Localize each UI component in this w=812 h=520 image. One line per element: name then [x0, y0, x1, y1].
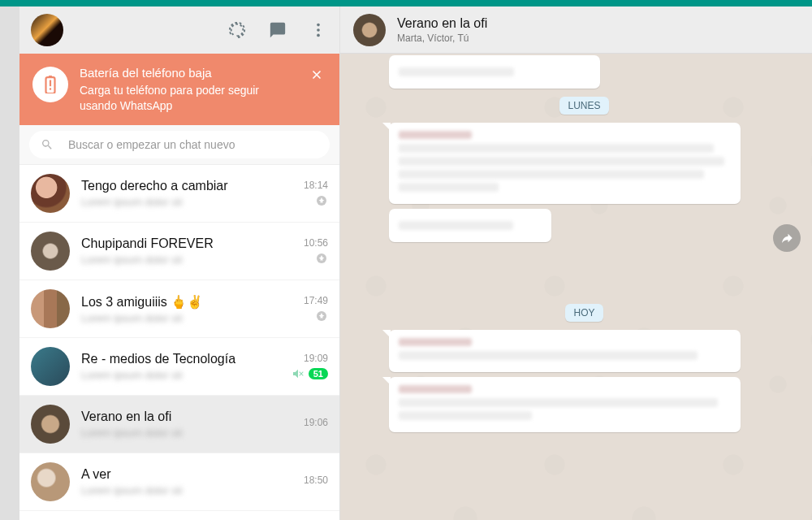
battery-low-notice: Batería del teléfono baja Carga tu teléf…: [19, 54, 339, 125]
notice-text: Batería del teléfono baja Carga tu teléf…: [80, 65, 296, 114]
chat-body: A verLorem ipsum dolor sit: [81, 467, 292, 496]
conversation-subtitle: Marta, Víctor, Tú: [397, 32, 487, 44]
conversation-title: Verano en la ofi: [397, 15, 487, 31]
message-bubble[interactable]: [389, 55, 600, 89]
chat-name: Los 3 amiguiiis 🖕✌️: [81, 294, 292, 310]
forward-button[interactable]: [773, 224, 801, 252]
chat-avatar: [31, 289, 70, 328]
chat-list-item[interactable]: Mastequiero y quiero+Lorem ipsum dolor s…: [19, 511, 339, 520]
status-icon[interactable]: [227, 20, 247, 40]
conversation-pane: Verano en la ofi Marta, Víctor, Tú LUNES: [340, 6, 812, 520]
chat-time: 19:09: [304, 353, 328, 364]
search-box[interactable]: [29, 131, 330, 158]
chat-snippet: Lorem ipsum dolor sit: [81, 427, 292, 439]
sidebar: Batería del teléfono baja Carga tu teléf…: [19, 6, 340, 520]
message-bubble[interactable]: [389, 209, 551, 242]
message-bubble[interactable]: [389, 123, 741, 204]
own-avatar[interactable]: [31, 14, 63, 46]
chat-name: Chupipandi FOREVER: [81, 236, 292, 251]
chat-meta: 19:06: [304, 417, 328, 431]
conversation-header-text: Verano en la ofi Marta, Víctor, Tú: [397, 15, 487, 43]
window-accent-bar: [0, 0, 812, 6]
svg-point-0: [317, 24, 320, 27]
chat-list-item[interactable]: Verano en la ofiLorem ipsum dolor sit19:…: [19, 396, 339, 453]
chat-body: Verano en la ofiLorem ipsum dolor sit: [81, 410, 292, 439]
chat-avatar: [31, 232, 70, 271]
messages-area[interactable]: LUNES HOY: [340, 54, 812, 520]
svg-point-2: [317, 34, 320, 37]
svg-rect-5: [50, 80, 51, 87]
chat-body: Tengo derecho a cambiarLorem ipsum dolor…: [81, 179, 292, 208]
search-bar: [19, 125, 339, 165]
whatsapp-web: Batería del teléfono baja Carga tu teléf…: [0, 0, 812, 520]
chat-avatar: [31, 174, 70, 213]
chat-meta: 17:49: [304, 295, 328, 323]
sidebar-header: [19, 6, 339, 54]
chat-time: 18:50: [304, 474, 328, 486]
message-bubble[interactable]: [389, 330, 741, 372]
main-layout: Batería del teléfono baja Carga tu teléf…: [0, 6, 812, 520]
notice-title: Batería del teléfono baja: [80, 65, 296, 81]
chat-snippet: Lorem ipsum dolor sit: [81, 312, 292, 324]
chat-avatar: [31, 405, 70, 444]
unread-badge: 51: [309, 368, 328, 379]
chat-meta: 18:14: [304, 180, 328, 207]
search-input[interactable]: [68, 138, 318, 151]
chat-name: Tengo derecho a cambiar: [81, 179, 292, 193]
chat-body: Chupipandi FOREVERLorem ipsum dolor sit: [81, 236, 292, 266]
left-gutter: [0, 6, 19, 520]
chat-time: 10:56: [304, 237, 328, 249]
chat-snippet: Lorem ipsum dolor sit: [81, 484, 292, 496]
sidebar-header-actions: [227, 20, 328, 40]
chat-snippet: Lorem ipsum dolor sit: [81, 369, 280, 381]
chat-avatar: [31, 347, 70, 386]
svg-rect-6: [50, 88, 51, 89]
conversation-header[interactable]: Verano en la ofi Marta, Víctor, Tú: [340, 6, 812, 54]
menu-icon[interactable]: [309, 20, 328, 40]
chat-list-item[interactable]: Los 3 amiguiiis 🖕✌️Lorem ipsum dolor sit…: [19, 280, 339, 338]
chat-list-item[interactable]: A verLorem ipsum dolor sit18:50: [19, 453, 339, 511]
close-icon[interactable]: [307, 65, 326, 89]
chat-list-item[interactable]: Tengo derecho a cambiarLorem ipsum dolor…: [19, 165, 339, 223]
notice-body: Carga tu teléfono para poder seguir usan…: [80, 83, 296, 114]
chat-avatar: [31, 462, 70, 501]
chat-meta: 18:50: [304, 474, 328, 489]
chat-body: Re - medios de TecnologíaLorem ipsum dol…: [81, 352, 280, 381]
svg-point-1: [317, 28, 320, 32]
chat-list-item[interactable]: Re - medios de TecnologíaLorem ipsum dol…: [19, 338, 339, 396]
conversation-avatar[interactable]: [353, 14, 386, 46]
chat-name: A ver: [81, 467, 292, 482]
chat-body: Los 3 amiguiiis 🖕✌️Lorem ipsum dolor sit: [81, 294, 292, 324]
chat-list-item[interactable]: Chupipandi FOREVERLorem ipsum dolor sit1…: [19, 223, 339, 280]
search-icon: [41, 138, 54, 151]
chat-meta: 10:56: [304, 237, 328, 265]
message-bubble[interactable]: [389, 377, 741, 432]
chat-snippet: Lorem ipsum dolor sit: [81, 254, 292, 266]
chat-meta: 19:0951: [292, 353, 328, 380]
chat-name: Verano en la ofi: [81, 410, 292, 424]
battery-alert-icon: [32, 67, 68, 102]
new-chat-icon[interactable]: [268, 20, 287, 40]
day-chip: LUNES: [559, 97, 608, 115]
day-chip: HOY: [565, 304, 603, 322]
chat-name: Re - medios de Tecnología: [81, 352, 280, 366]
chat-list[interactable]: Tengo derecho a cambiarLorem ipsum dolor…: [19, 165, 339, 520]
chat-snippet: Lorem ipsum dolor sit: [81, 196, 292, 208]
chat-time: 17:49: [304, 295, 328, 306]
chat-time: 18:14: [304, 180, 328, 191]
chat-time: 19:06: [304, 417, 328, 428]
